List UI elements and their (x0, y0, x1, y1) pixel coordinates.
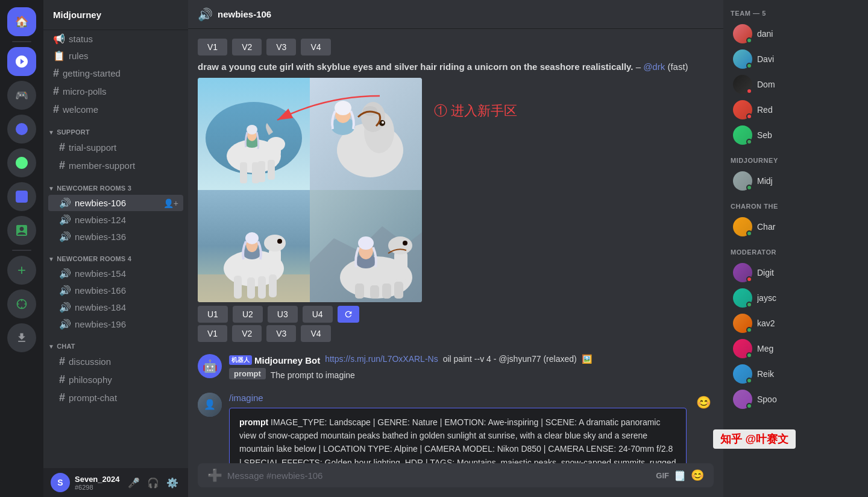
messages-area[interactable]: V1 V2 V3 V4 draw a young cute girl with … (188, 29, 723, 463)
status-dot-red (746, 113, 752, 119)
channel-newbies-106[interactable]: 🔊 newbies-106 👤+ (48, 195, 183, 211)
channel-micro-polls[interactable]: # micro-polls (48, 83, 183, 100)
member-digit[interactable]: Digit (731, 261, 861, 285)
moderator-section: MODERATOR Digit jaysc kav2 Meg (731, 248, 861, 411)
svg-rect-7 (258, 161, 265, 182)
channel-getting-started[interactable]: # getting-started (48, 65, 183, 82)
member-name-char: Char (757, 222, 858, 232)
member-name-spoo: Spoo (757, 394, 858, 404)
channel-newbies-196[interactable]: 🔊 newbies-196 (48, 316, 183, 332)
category-support[interactable]: ▼ SUPPORT (43, 119, 188, 138)
status-dot-digit (746, 276, 752, 282)
voice-icon-5: 🔊 (59, 285, 71, 296)
v1-button-bottom[interactable]: V1 (198, 325, 227, 342)
member-dani[interactable]: dani (731, 22, 861, 46)
member-kav[interactable]: kav2 (731, 311, 861, 335)
channel-rules[interactable]: 📋 rules (48, 48, 183, 64)
category-support-label: SUPPORT (57, 128, 90, 136)
imagine-content: /imagine prompt IMAGE_TYPE: Landscape | … (229, 393, 687, 464)
v2-button-bottom[interactable]: V2 (232, 325, 262, 342)
v4-button-top[interactable]: V4 (301, 39, 330, 55)
plus-icon[interactable]: ➕ (207, 468, 222, 483)
bot-message: 🤖 机器人 Midjourney Bot https://s.mj.run/L7… (198, 354, 714, 383)
image-icon: 🖼️ (582, 354, 592, 364)
v2-button-top[interactable]: V2 (232, 39, 262, 55)
u4-button[interactable]: U4 (303, 306, 333, 323)
channel-newbies-136[interactable]: 🔊 newbies-136 (48, 229, 183, 245)
member-seb[interactable]: Seb (731, 123, 861, 147)
status-dot-seb (746, 139, 752, 145)
member-spoo[interactable]: Spoo (731, 387, 861, 411)
channel-status[interactable]: 📢 status (48, 31, 183, 47)
v3-button-bottom[interactable]: V3 (266, 325, 296, 342)
category-chat[interactable]: ▼ CHAT (43, 333, 188, 352)
mute-button[interactable]: 🎤 (125, 474, 142, 491)
emoji-input-icon[interactable]: 😊 (691, 469, 704, 482)
member-jay[interactable]: jaysc (731, 286, 861, 310)
member-meg[interactable]: Meg (731, 337, 861, 361)
member-dom[interactable]: Dom (731, 72, 861, 97)
channel-newbies-166[interactable]: 🔊 newbies-166 (48, 282, 183, 299)
channel-newbies-184[interactable]: 🔊 newbies-184 (48, 299, 183, 315)
deafen-button[interactable]: 🎧 (145, 474, 162, 491)
v4-button-bottom[interactable]: V4 (301, 325, 330, 342)
member-avatar-reik (733, 364, 752, 384)
category-newcomer-3[interactable]: ▼ NEWCOMER ROOMS 3 (43, 175, 188, 194)
emoji-button[interactable]: 😊 (694, 393, 714, 412)
settings-button[interactable]: ⚙️ (164, 474, 181, 491)
channel-newbies-124[interactable]: 🔊 newbies-124 (48, 212, 183, 228)
user-bar: S Seven_2024 #6298 🎤 🎧 ⚙️ (43, 468, 188, 497)
member-david[interactable]: Davi (731, 47, 861, 71)
channel-discussion[interactable]: # discussion (48, 353, 183, 370)
channel-name-rules: rules (69, 51, 178, 61)
svg-rect-30 (269, 274, 277, 297)
refresh-button[interactable] (338, 306, 359, 323)
category-newcomer-3-label: NEWCOMER ROOMS 3 (57, 185, 131, 192)
download-icon[interactable] (7, 323, 36, 352)
add-server-icon[interactable]: + (7, 256, 36, 285)
member-reik[interactable]: Reik (731, 362, 861, 386)
member-char[interactable]: Char (731, 215, 861, 239)
server-icon-1[interactable] (7, 47, 36, 76)
bot-message-link[interactable]: https://s.mj.run/L7OxXARL-Ns (325, 354, 438, 364)
hash-icon-2: # (53, 85, 59, 98)
channel-prompt-chat[interactable]: # prompt-chat (48, 389, 183, 407)
channel-name-newbies-154: newbies-154 (75, 268, 178, 279)
category-newcomer-4[interactable]: ▼ NEWCOMER ROOMS 4 (43, 245, 188, 265)
message-input[interactable] (227, 470, 651, 481)
status-dot-kav (746, 327, 752, 333)
home-icon[interactable]: 🏠 (7, 7, 36, 36)
channel-member-support[interactable]: # member-support (48, 157, 183, 174)
server-icon-4[interactable] (7, 148, 36, 177)
member-name-seb: Seb (757, 130, 858, 140)
channel-newbies-154[interactable]: 🔊 newbies-154 (48, 265, 183, 282)
server-icon-5[interactable] (7, 182, 36, 211)
server-icon-3[interactable] (7, 115, 36, 144)
svg-rect-27 (234, 276, 242, 299)
server-icon-6[interactable] (7, 216, 36, 245)
u1-button[interactable]: U1 (198, 306, 228, 323)
add-user-icon[interactable]: 👤+ (163, 198, 178, 208)
member-midj[interactable]: Midj (731, 169, 861, 193)
server-name[interactable]: Midjourney (43, 0, 188, 30)
divider (12, 41, 31, 42)
v3-button-top[interactable]: V3 (266, 39, 296, 55)
voice-icon-1: 🔊 (59, 197, 71, 209)
v1-button-top[interactable]: V1 (198, 39, 227, 55)
channel-philosophy[interactable]: # philosophy (48, 371, 183, 388)
gif-icon[interactable]: GIF (656, 471, 669, 480)
channel-trial-support[interactable]: # trial-support (48, 139, 183, 156)
member-red[interactable]: Red (731, 98, 861, 122)
u3-button[interactable]: U3 (268, 306, 298, 323)
moderator-title: MODERATOR (731, 248, 861, 256)
explore-icon[interactable] (7, 290, 36, 318)
hash-icon-1: # (53, 67, 59, 80)
svg-point-32 (264, 235, 286, 252)
channel-name-member-support: member-support (69, 160, 178, 171)
sticker-icon[interactable]: 🗒️ (674, 470, 686, 481)
server-icon-2[interactable]: 🎮 (7, 81, 36, 110)
user-actions: 🎤 🎧 ⚙️ (125, 474, 181, 491)
u2-button[interactable]: U2 (233, 306, 263, 323)
svg-rect-40 (370, 285, 379, 299)
channel-welcome[interactable]: # welcome (48, 101, 183, 118)
